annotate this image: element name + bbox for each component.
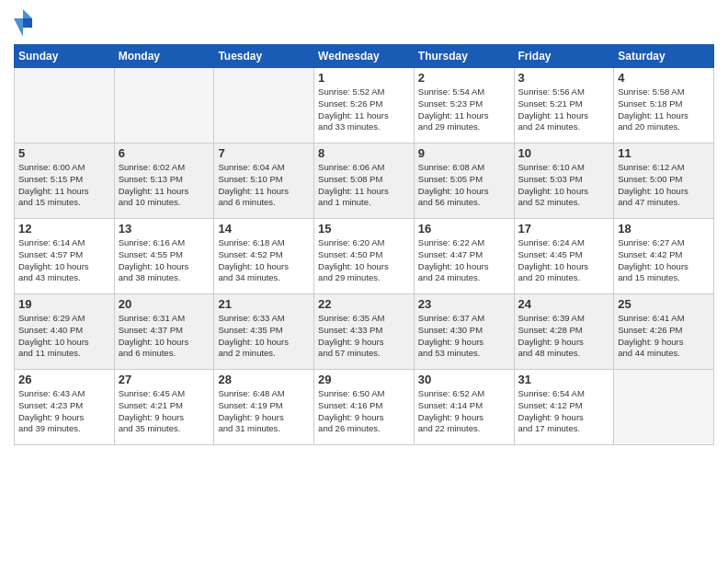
day-info: Sunrise: 6:06 AMSunset: 5:08 PMDaylight:… [318, 162, 410, 209]
day-info: Sunrise: 6:37 AMSunset: 4:30 PMDaylight:… [418, 313, 510, 360]
calendar-cell: 10Sunrise: 6:10 AMSunset: 5:03 PMDayligh… [514, 144, 614, 219]
calendar-cell: 13Sunrise: 6:16 AMSunset: 4:55 PMDayligh… [114, 219, 214, 294]
calendar-cell: 6Sunrise: 6:02 AMSunset: 5:13 PMDaylight… [114, 144, 214, 219]
calendar-cell: 5Sunrise: 6:00 AMSunset: 5:15 PMDaylight… [15, 144, 115, 219]
day-number: 26 [18, 373, 110, 386]
week-row-3: 12Sunrise: 6:14 AMSunset: 4:57 PMDayligh… [15, 219, 714, 294]
calendar-cell: 4Sunrise: 5:58 AMSunset: 5:18 PMDaylight… [614, 68, 714, 144]
day-number: 19 [18, 297, 110, 311]
day-info: Sunrise: 6:12 AMSunset: 5:00 PMDaylight:… [618, 162, 710, 209]
day-info: Sunrise: 6:18 AMSunset: 4:52 PMDaylight:… [218, 237, 310, 284]
day-info: Sunrise: 6:02 AMSunset: 5:13 PMDaylight:… [119, 162, 210, 209]
day-number: 10 [518, 146, 610, 160]
day-number: 28 [218, 373, 310, 386]
day-info: Sunrise: 6:08 AMSunset: 5:05 PMDaylight:… [418, 162, 510, 209]
calendar-cell: 16Sunrise: 6:22 AMSunset: 4:47 PMDayligh… [414, 219, 514, 294]
svg-marker-1 [23, 18, 32, 28]
calendar-cell: 14Sunrise: 6:18 AMSunset: 4:52 PMDayligh… [214, 219, 314, 294]
day-info: Sunrise: 6:20 AMSunset: 4:50 PMDaylight:… [318, 237, 410, 284]
day-number: 29 [318, 373, 410, 386]
day-number: 7 [218, 146, 310, 160]
calendar-cell: 30Sunrise: 6:52 AMSunset: 4:14 PMDayligh… [414, 370, 514, 445]
day-number: 15 [318, 222, 410, 236]
calendar-cell: 17Sunrise: 6:24 AMSunset: 4:45 PMDayligh… [514, 219, 614, 294]
day-info: Sunrise: 6:43 AMSunset: 4:23 PMDaylight:… [18, 388, 110, 435]
calendar-container: SundayMondayTuesdayWednesdayThursdayFrid… [0, 0, 728, 454]
calendar-cell: 27Sunrise: 6:45 AMSunset: 4:21 PMDayligh… [114, 370, 214, 445]
calendar-cell: 12Sunrise: 6:14 AMSunset: 4:57 PMDayligh… [15, 219, 115, 294]
day-number: 3 [518, 71, 610, 85]
day-number: 16 [418, 222, 510, 236]
day-info: Sunrise: 6:04 AMSunset: 5:10 PMDaylight:… [218, 162, 310, 209]
logo-icon [14, 9, 32, 37]
calendar-cell: 3Sunrise: 5:56 AMSunset: 5:21 PMDaylight… [514, 68, 614, 144]
weekday-header-friday: Friday [514, 45, 614, 68]
calendar-cell: 18Sunrise: 6:27 AMSunset: 4:42 PMDayligh… [614, 219, 714, 294]
day-info: Sunrise: 6:35 AMSunset: 4:33 PMDaylight:… [318, 313, 410, 360]
day-info: Sunrise: 6:39 AMSunset: 4:28 PMDaylight:… [518, 313, 610, 360]
weekday-header-tuesday: Tuesday [214, 45, 314, 68]
day-info: Sunrise: 6:33 AMSunset: 4:35 PMDaylight:… [218, 313, 310, 360]
day-number: 27 [119, 373, 210, 386]
day-number: 11 [618, 146, 710, 160]
day-number: 24 [518, 297, 610, 311]
calendar-cell: 7Sunrise: 6:04 AMSunset: 5:10 PMDaylight… [214, 144, 314, 219]
calendar-cell: 1Sunrise: 5:52 AMSunset: 5:26 PMDaylight… [314, 68, 415, 144]
day-number: 22 [318, 297, 410, 311]
day-info: Sunrise: 6:41 AMSunset: 4:26 PMDaylight:… [618, 313, 710, 360]
day-info: Sunrise: 6:00 AMSunset: 5:15 PMDaylight:… [18, 162, 110, 209]
week-row-1: 1Sunrise: 5:52 AMSunset: 5:26 PMDaylight… [15, 68, 714, 144]
calendar-cell: 26Sunrise: 6:43 AMSunset: 4:23 PMDayligh… [15, 370, 115, 445]
calendar-header [14, 9, 714, 37]
day-number: 9 [418, 146, 510, 160]
calendar-cell: 22Sunrise: 6:35 AMSunset: 4:33 PMDayligh… [314, 294, 415, 370]
calendar-cell: 23Sunrise: 6:37 AMSunset: 4:30 PMDayligh… [414, 294, 514, 370]
day-info: Sunrise: 6:27 AMSunset: 4:42 PMDaylight:… [618, 237, 710, 284]
calendar-cell: 21Sunrise: 6:33 AMSunset: 4:35 PMDayligh… [214, 294, 314, 370]
day-number: 4 [618, 71, 710, 85]
calendar-table: SundayMondayTuesdayWednesdayThursdayFrid… [14, 44, 714, 445]
day-number: 23 [418, 297, 510, 311]
day-info: Sunrise: 6:48 AMSunset: 4:19 PMDaylight:… [218, 388, 310, 435]
day-info: Sunrise: 6:31 AMSunset: 4:37 PMDaylight:… [119, 313, 210, 360]
day-number: 30 [418, 373, 510, 386]
calendar-cell: 31Sunrise: 6:54 AMSunset: 4:12 PMDayligh… [514, 370, 614, 445]
day-info: Sunrise: 6:54 AMSunset: 4:12 PMDaylight:… [518, 388, 610, 435]
day-info: Sunrise: 6:52 AMSunset: 4:14 PMDaylight:… [418, 388, 510, 435]
day-number: 20 [119, 297, 210, 311]
day-info: Sunrise: 6:45 AMSunset: 4:21 PMDaylight:… [119, 388, 210, 435]
week-row-5: 26Sunrise: 6:43 AMSunset: 4:23 PMDayligh… [15, 370, 714, 445]
week-row-2: 5Sunrise: 6:00 AMSunset: 5:15 PMDaylight… [15, 144, 714, 219]
day-number: 18 [618, 222, 710, 236]
calendar-cell: 19Sunrise: 6:29 AMSunset: 4:40 PMDayligh… [15, 294, 115, 370]
day-number: 1 [318, 71, 410, 85]
day-info: Sunrise: 5:58 AMSunset: 5:18 PMDaylight:… [618, 86, 710, 133]
calendar-cell: 20Sunrise: 6:31 AMSunset: 4:37 PMDayligh… [114, 294, 214, 370]
calendar-cell: 24Sunrise: 6:39 AMSunset: 4:28 PMDayligh… [514, 294, 614, 370]
day-number: 17 [518, 222, 610, 236]
day-info: Sunrise: 6:16 AMSunset: 4:55 PMDaylight:… [119, 237, 210, 284]
weekday-header-wednesday: Wednesday [314, 45, 415, 68]
calendar-cell: 9Sunrise: 6:08 AMSunset: 5:05 PMDaylight… [414, 144, 514, 219]
day-info: Sunrise: 5:54 AMSunset: 5:23 PMDaylight:… [418, 86, 510, 133]
calendar-cell: 8Sunrise: 6:06 AMSunset: 5:08 PMDaylight… [314, 144, 415, 219]
day-number: 2 [418, 71, 510, 85]
calendar-cell: 25Sunrise: 6:41 AMSunset: 4:26 PMDayligh… [614, 294, 714, 370]
day-info: Sunrise: 6:22 AMSunset: 4:47 PMDaylight:… [418, 237, 510, 284]
weekday-header-sunday: Sunday [15, 45, 115, 68]
weekday-header-thursday: Thursday [414, 45, 514, 68]
day-number: 21 [218, 297, 310, 311]
day-number: 8 [318, 146, 410, 160]
calendar-cell [15, 68, 115, 144]
calendar-cell [614, 370, 714, 445]
day-number: 14 [218, 222, 310, 236]
day-number: 12 [18, 222, 110, 236]
calendar-cell [214, 68, 314, 144]
day-number: 31 [518, 373, 610, 386]
week-row-4: 19Sunrise: 6:29 AMSunset: 4:40 PMDayligh… [15, 294, 714, 370]
calendar-cell: 15Sunrise: 6:20 AMSunset: 4:50 PMDayligh… [314, 219, 415, 294]
logo [14, 9, 34, 37]
day-info: Sunrise: 5:52 AMSunset: 5:26 PMDaylight:… [318, 86, 410, 133]
day-number: 6 [119, 146, 210, 160]
day-number: 5 [18, 146, 110, 160]
